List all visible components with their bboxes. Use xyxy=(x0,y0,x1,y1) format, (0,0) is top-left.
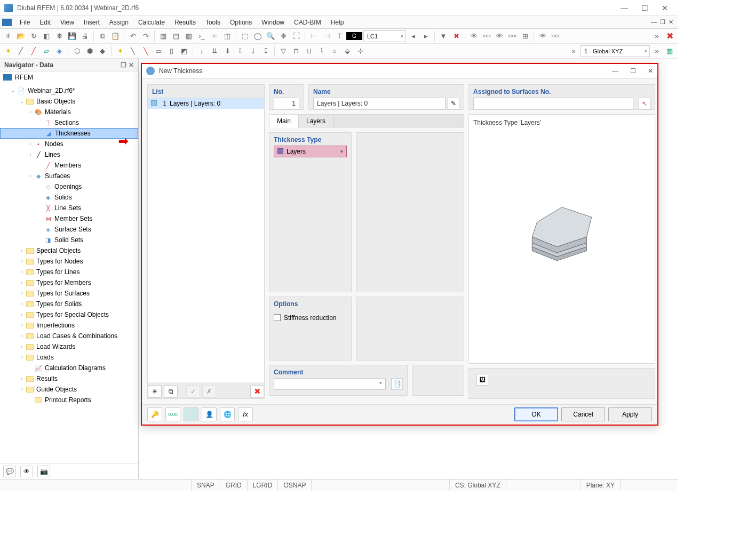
apply-button[interactable]: Apply xyxy=(608,407,652,421)
edit-name-icon[interactable]: ✎ xyxy=(448,98,459,109)
solid-icon[interactable]: ◈ xyxy=(53,45,65,57)
zoom-icon[interactable]: 🔍 xyxy=(265,30,276,42)
list-row-1[interactable]: 1 Layers | Layers: 0 xyxy=(148,98,264,109)
line-icon[interactable]: ╱ xyxy=(15,45,27,57)
menu-tools[interactable]: Tools xyxy=(201,17,225,28)
fx-icon[interactable]: fx xyxy=(238,407,253,421)
status-lgrid[interactable]: LGRID xyxy=(247,479,278,491)
tree-thicknesses[interactable]: ◢Thicknesses xyxy=(0,128,138,139)
menu-edit[interactable]: Edit xyxy=(35,17,55,28)
print-icon[interactable]: 🖨 xyxy=(79,30,91,42)
menu-results[interactable]: Results xyxy=(170,17,201,28)
undo-icon[interactable]: ↶ xyxy=(127,30,139,42)
tree-solidsets[interactable]: ◨Solid Sets xyxy=(0,235,138,245)
refresh-icon[interactable]: ↻ xyxy=(28,30,39,42)
assigned-input[interactable] xyxy=(473,98,633,109)
open-icon[interactable]: 📂 xyxy=(15,30,27,42)
tab-layers[interactable]: Layers xyxy=(299,115,333,128)
dialog-close[interactable]: ✕ xyxy=(648,67,653,75)
tree-group-5[interactable]: ›Types for Solids xyxy=(0,299,138,309)
loadcase-dropdown[interactable]: LC1 xyxy=(363,30,406,42)
dialog-minimize[interactable]: — xyxy=(612,67,618,75)
close-panel-icon[interactable]: ✕ xyxy=(129,61,134,69)
display-icon[interactable]: ▦ xyxy=(664,45,676,57)
xxx-icon[interactable]: XXX xyxy=(481,30,492,42)
eye2-icon[interactable]: 👁 xyxy=(494,30,505,42)
select-icon[interactable]: ⬚ xyxy=(239,30,251,42)
rect-icon[interactable]: ▭ xyxy=(153,45,164,57)
status-snap[interactable]: SNAP xyxy=(191,479,220,491)
hinge-icon[interactable]: ○ xyxy=(329,45,340,57)
newnode-icon[interactable]: ✦ xyxy=(114,45,126,57)
list-uncheck-icon[interactable]: ✗ xyxy=(202,385,216,398)
grid-icon[interactable]: ⊞ xyxy=(519,30,531,42)
dialog-maximize[interactable]: ☐ xyxy=(630,67,636,75)
tree-project[interactable]: ⌄📄Webinar_2D.rf6* xyxy=(0,85,138,96)
filter-icon[interactable]: ▼ xyxy=(438,30,449,42)
lasso-icon[interactable]: ◯ xyxy=(252,30,264,42)
tree-group-2[interactable]: ›Types for Lines xyxy=(0,267,138,277)
cube-icon[interactable]: ◩ xyxy=(178,45,190,57)
navigator-root[interactable]: RFEM xyxy=(0,71,138,83)
prev-icon[interactable]: ◂ xyxy=(407,30,419,42)
tree-group-1[interactable]: ›Types for Nodes xyxy=(0,256,138,267)
menu-cadbim[interactable]: CAD-BIM xyxy=(289,17,326,28)
preview-tool-icon[interactable]: 🖼 xyxy=(476,374,488,386)
cs1-icon[interactable]: ⬡ xyxy=(71,45,83,57)
surface-icon[interactable]: ▱ xyxy=(41,45,52,57)
list-copy-icon[interactable]: ⧉ xyxy=(164,385,178,398)
panel-icon[interactable]: ◫ xyxy=(221,30,233,42)
help-icon[interactable]: 🔑 xyxy=(147,407,162,421)
tree-members[interactable]: ╱Members xyxy=(0,160,138,171)
cs3-icon[interactable]: ◆ xyxy=(97,45,108,57)
section-icon[interactable]: ⬙ xyxy=(341,45,353,57)
overflow-icon[interactable]: » xyxy=(651,30,663,42)
tree-group-6[interactable]: ›Types for Special Objects xyxy=(0,309,138,320)
tree-calc-diagrams[interactable]: 📈Calculation Diagrams xyxy=(0,363,138,373)
mdi-close[interactable]: ✕ xyxy=(669,19,673,26)
undock-icon[interactable]: ❐ xyxy=(121,61,126,69)
list-check-icon[interactable]: ✓ xyxy=(186,385,200,398)
menu-options[interactable]: Options xyxy=(225,17,257,28)
footer-camera-icon[interactable]: 📷 xyxy=(37,466,50,477)
cancel-all-icon[interactable]: ✖ xyxy=(664,30,676,42)
support1-icon[interactable]: ⊓ xyxy=(290,45,302,57)
tree-sections[interactable]: ⌶Sections xyxy=(0,117,138,128)
comment-lib-icon[interactable]: 📑 xyxy=(391,378,403,390)
filter2-icon[interactable]: ▽ xyxy=(277,45,289,57)
xxx2-icon[interactable]: XXX xyxy=(506,30,518,42)
tree-group-4[interactable]: ›Types for Surfaces xyxy=(0,288,138,299)
tab-main[interactable]: Main xyxy=(269,115,299,128)
menu-calculate[interactable]: Calculate xyxy=(133,17,170,28)
minimize-button[interactable]: — xyxy=(619,4,630,12)
menu-help[interactable]: Help xyxy=(326,17,349,28)
load4-icon[interactable]: ⇩ xyxy=(234,45,246,57)
tree-openings[interactable]: ◇Openings xyxy=(0,181,138,192)
tree-solids[interactable]: ◈Solids xyxy=(0,192,138,203)
rect2-icon[interactable]: ▯ xyxy=(165,45,177,57)
load6-icon[interactable]: ↧ xyxy=(260,45,272,57)
comment-dropdown[interactable] xyxy=(274,378,386,390)
tree-surfacesets[interactable]: ◈Surface Sets xyxy=(0,224,138,235)
cancel-button[interactable]: Cancel xyxy=(561,407,605,421)
next-icon[interactable]: ▸ xyxy=(420,30,432,42)
name-input[interactable]: Layers | Layers: 0 xyxy=(313,98,446,109)
menu-window[interactable]: Window xyxy=(257,17,289,28)
status-grid[interactable]: GRID xyxy=(220,479,247,491)
tree-nodes[interactable]: ›•Nodes xyxy=(0,139,138,149)
tree-printout[interactable]: Printout Reports xyxy=(0,395,138,405)
list-delete-icon[interactable]: ✖ xyxy=(250,385,264,398)
tree-group-13[interactable]: ›Guide Objects xyxy=(0,384,138,395)
eye3-icon[interactable]: 👁 xyxy=(537,30,549,42)
table2-icon[interactable]: ▤ xyxy=(170,30,182,42)
load2-icon[interactable]: ⇊ xyxy=(209,45,220,57)
script-icon[interactable]: SC xyxy=(209,30,220,42)
tree-group-3[interactable]: ›Types for Members xyxy=(0,277,138,288)
member-icon[interactable]: ╱ xyxy=(28,45,39,57)
table3-icon[interactable]: ▥ xyxy=(183,30,195,42)
footer-chat-icon[interactable]: 💬 xyxy=(3,466,16,477)
menu-view[interactable]: View xyxy=(55,17,79,28)
axis-icon[interactable]: ⊹ xyxy=(354,45,366,57)
footer-eye-icon[interactable]: 👁 xyxy=(20,466,33,477)
close-button[interactable]: ✕ xyxy=(659,4,670,12)
